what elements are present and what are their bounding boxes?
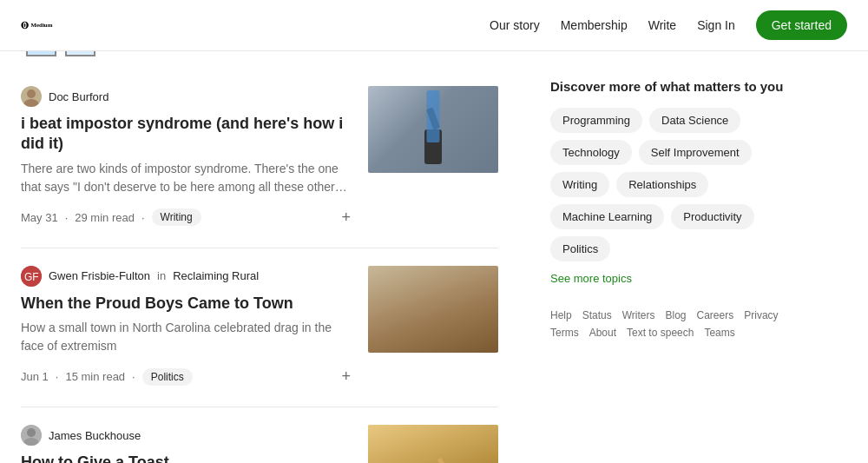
footer-status[interactable]: Status xyxy=(582,309,612,321)
logo[interactable]: Medium xyxy=(21,12,86,38)
article-author-row: James Buckhouse xyxy=(21,425,354,446)
article-content: James Buckhouse How to Give a Toast You'… xyxy=(21,425,354,463)
medium-logo-svg: Medium xyxy=(21,12,86,38)
article-image-placeholder xyxy=(368,86,498,173)
article-tag[interactable]: Writing xyxy=(152,208,201,226)
nav-sign-in[interactable]: Sign In xyxy=(697,18,735,32)
article-date: May 31 xyxy=(21,211,58,224)
svg-point-4 xyxy=(27,89,36,98)
topics-grid: Programming Data Science Technology Self… xyxy=(550,108,793,261)
footer-careers[interactable]: Careers xyxy=(697,309,734,321)
get-started-button[interactable]: Get started xyxy=(756,10,847,40)
article-title[interactable]: How to Give a Toast xyxy=(21,453,354,463)
main-nav: Our story Membership Write Sign In Get s… xyxy=(490,10,847,40)
svg-text:GF: GF xyxy=(24,271,39,283)
discover-title: Discover more of what matters to you xyxy=(550,79,793,94)
topic-politics[interactable]: Politics xyxy=(550,236,610,261)
topic-technology[interactable]: Technology xyxy=(550,140,632,165)
article-meta-left: May 31 · 29 min read · Writing xyxy=(21,208,201,226)
author-name[interactable]: James Buckhouse xyxy=(49,429,141,442)
avatar-img: GF xyxy=(21,266,42,287)
article-excerpt: There are two kinds of impostor syndrome… xyxy=(21,160,354,196)
article-tag[interactable]: Politics xyxy=(142,368,193,386)
topic-writing[interactable]: Writing xyxy=(550,172,609,197)
article-content: GF Gwen Frisbie-Fulton in Reclaiming Rur… xyxy=(21,266,354,389)
svg-point-9 xyxy=(27,428,36,437)
decorative-light xyxy=(427,90,440,142)
article-card: James Buckhouse How to Give a Toast You'… xyxy=(21,407,498,463)
footer-blog[interactable]: Blog xyxy=(666,309,687,321)
footer-help[interactable]: Help xyxy=(550,309,572,321)
nav-membership[interactable]: Membership xyxy=(561,18,628,32)
author-name[interactable]: Doc Burford xyxy=(49,90,108,103)
footer-about[interactable]: About xyxy=(589,327,616,339)
footer-writers[interactable]: Writers xyxy=(622,309,655,321)
topic-data-science[interactable]: Data Science xyxy=(649,108,740,133)
decorative-glass xyxy=(437,458,446,463)
footer-text-to-speech[interactable]: Text to speech xyxy=(627,327,694,339)
dot: · xyxy=(65,211,69,224)
footer-terms[interactable]: Terms xyxy=(550,327,579,339)
svg-point-2 xyxy=(24,23,26,28)
save-button[interactable]: + xyxy=(338,364,354,389)
dot: · xyxy=(56,370,59,383)
nav-write[interactable]: Write xyxy=(648,18,676,32)
see-more-topics-link[interactable]: See more topics xyxy=(550,272,793,285)
save-button[interactable]: + xyxy=(338,205,354,230)
article-image xyxy=(368,266,498,353)
article-title[interactable]: When the Proud Boys Came to Town xyxy=(21,294,354,314)
topic-relationships[interactable]: Relationships xyxy=(616,172,708,197)
article-image-placeholder xyxy=(368,266,498,353)
article-image-placeholder xyxy=(368,425,498,463)
dot: · xyxy=(141,211,145,224)
avatar xyxy=(21,425,42,446)
author-name[interactable]: Gwen Frisbie-Fulton xyxy=(49,269,150,282)
footer-teams[interactable]: Teams xyxy=(704,327,734,339)
article-author-row: Doc Burford xyxy=(21,86,354,107)
avatar-img xyxy=(21,425,42,446)
topic-productivity[interactable]: Productivity xyxy=(671,204,753,229)
article-card: GF Gwen Frisbie-Fulton in Reclaiming Rur… xyxy=(21,248,498,407)
article-meta: Jun 1 · 15 min read · Politics + xyxy=(21,364,354,389)
svg-point-5 xyxy=(23,99,39,107)
article-title[interactable]: i beat impostor syndrome (and here's how… xyxy=(21,114,354,155)
nav-our-story[interactable]: Our story xyxy=(490,18,540,32)
footer-links-section: Help Status Writers Blog Careers Privacy… xyxy=(550,309,793,339)
article-excerpt: How a small town in North Carolina celeb… xyxy=(21,319,354,355)
article-content: Doc Burford i beat impostor syndrome (an… xyxy=(21,86,354,230)
article-read-time: 15 min read xyxy=(65,370,125,383)
discover-section: Discover more of what matters to you Pro… xyxy=(550,79,793,285)
article-meta-left: Jun 1 · 15 min read · Politics xyxy=(21,368,193,386)
header: Medium Our story Membership Write Sign I… xyxy=(0,0,868,51)
publication-name[interactable]: Reclaiming Rural xyxy=(173,269,259,282)
main-container: Doc Burford i beat impostor syndrome (an… xyxy=(0,51,868,463)
topic-self-improvement[interactable]: Self Improvement xyxy=(639,140,752,165)
article-date: Jun 1 xyxy=(21,370,49,383)
svg-text:Medium: Medium xyxy=(31,22,53,28)
sidebar: Discover more of what matters to you Pro… xyxy=(533,51,793,463)
avatar xyxy=(21,86,42,107)
footer-privacy[interactable]: Privacy xyxy=(744,309,778,321)
article-read-time: 29 min read xyxy=(75,211,135,224)
article-card: Doc Burford i beat impostor syndrome (an… xyxy=(21,69,498,248)
footer-links: Help Status Writers Blog Careers Privacy… xyxy=(550,309,793,339)
dot: · xyxy=(132,370,135,383)
article-image xyxy=(368,86,498,173)
topic-programming[interactable]: Programming xyxy=(550,108,642,133)
article-meta: May 31 · 29 min read · Writing + xyxy=(21,205,354,230)
article-image xyxy=(368,425,498,463)
article-author-row: GF Gwen Frisbie-Fulton in Reclaiming Rur… xyxy=(21,266,354,287)
article-feed: Doc Burford i beat impostor syndrome (an… xyxy=(21,51,533,463)
avatar: GF xyxy=(21,266,42,287)
pub-separator: in xyxy=(157,269,166,282)
topic-machine-learning[interactable]: Machine Learning xyxy=(550,204,664,229)
avatar-img xyxy=(21,86,42,107)
